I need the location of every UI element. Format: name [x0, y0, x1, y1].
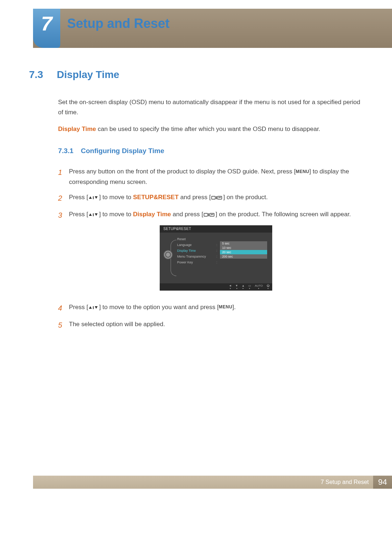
svg-rect-11	[210, 213, 214, 216]
source-enter-icon	[203, 212, 216, 218]
footer-bar: 7 Setup and Reset 94	[33, 476, 392, 489]
step-1: 1 Press any button on the front of the p…	[58, 167, 363, 187]
nav-left-icon: ◄▾	[229, 284, 232, 290]
footer-page-number: 94	[373, 476, 392, 489]
section-title: Display Time	[57, 69, 119, 81]
subsection-heading: 7.3.1 Configuring Display Time	[58, 145, 363, 156]
nav-enter-icon: ▭▾	[248, 284, 251, 290]
step-2: 2 Press [] to move to SETUP&RESET and pr…	[58, 192, 363, 204]
svg-marker-2	[95, 196, 98, 199]
svg-marker-14	[95, 306, 98, 309]
nav-up-icon: ▲▾	[242, 284, 245, 290]
osd-body: Reset Language:English Display Time: Men…	[160, 233, 272, 283]
menu-button-label: MENU	[296, 168, 309, 176]
step-number: 1	[58, 167, 69, 187]
osd-option-selected: 20 sec	[220, 250, 267, 254]
step-number: 2	[58, 192, 69, 204]
intro-paragraph: Set the on-screen display (OSD) menu to …	[58, 97, 363, 118]
step-text: Press [] to move to Display Time and pre…	[69, 209, 363, 297]
section-heading: 7.3 Display Time	[29, 69, 363, 81]
highlight-display-time: Display Time	[58, 126, 96, 132]
osd-header: SETUP&RESET	[160, 225, 272, 233]
section-body: Set the on-screen display (OSD) menu to …	[58, 97, 363, 331]
step-text: Press [] to move to the option you want …	[69, 302, 363, 314]
osd-screenshot: SETUP&RESET Reset Language:English	[160, 225, 272, 291]
svg-rect-1	[93, 196, 94, 199]
intro2-rest: can be used to specify the time after wh…	[96, 126, 320, 132]
svg-rect-3	[212, 196, 215, 199]
nav-auto-label: AUTO▾	[255, 284, 263, 290]
chapter-title: Setup and Reset	[67, 16, 170, 31]
nav-down-icon: ▼▾	[235, 284, 238, 290]
subsection-number: 7.3.1	[58, 145, 79, 156]
step-3: 3 Press [] to move to Display Time and p…	[58, 209, 363, 297]
svg-marker-12	[89, 306, 92, 309]
up-down-arrow-icon	[88, 304, 99, 311]
step-number: 5	[58, 319, 69, 331]
osd-footer-nav: ◄▾ ▼▾ ▲▾ ▭▾ AUTO▾ ⏻▾	[160, 283, 272, 291]
up-down-arrow-icon	[88, 194, 99, 201]
svg-rect-5	[217, 196, 222, 199]
step-text: Press [] to move to SETUP&RESET and pres…	[69, 192, 363, 204]
osd-option: 200 sec	[220, 254, 267, 259]
footer-chapter-label: 7 Setup and Reset	[320, 479, 369, 485]
chapter-number: 7	[41, 12, 52, 35]
up-down-arrow-icon	[88, 212, 99, 218]
nav-power-icon: ⏻▾	[266, 284, 269, 290]
svg-marker-8	[95, 213, 98, 216]
subsection-title: Configuring Display Time	[81, 145, 164, 156]
osd-arc-decoration	[171, 240, 176, 276]
svg-marker-0	[89, 196, 92, 199]
svg-rect-10	[208, 213, 209, 216]
svg-rect-7	[93, 213, 94, 216]
osd-option: 5 sec	[220, 241, 267, 246]
osd-option: 10 sec	[220, 246, 267, 250]
svg-rect-13	[93, 306, 94, 309]
menu-button-label: MENU	[219, 304, 232, 311]
step-text: Press any button on the front of the pro…	[69, 167, 363, 187]
section-number: 7.3	[29, 69, 55, 81]
step-number: 3	[58, 209, 69, 297]
intro-paragraph-2: Display Time can be used to specify the …	[58, 124, 363, 134]
step-number: 4	[58, 302, 69, 314]
source-enter-icon	[211, 194, 223, 201]
svg-rect-4	[216, 196, 217, 199]
chapter-number-tab: 7	[33, 9, 60, 48]
osd-row-power-key: Power Key:	[177, 259, 272, 265]
main-content: 7.3 Display Time Set the on-screen displ…	[29, 69, 363, 336]
step-4: 4 Press [] to move to the option you wan…	[58, 302, 363, 314]
gear-icon	[164, 251, 172, 259]
svg-marker-6	[89, 213, 92, 216]
highlight-display-time-step: Display Time	[133, 211, 171, 218]
svg-rect-9	[204, 213, 208, 216]
step-5: 5 The selected option will be applied.	[58, 319, 363, 331]
highlight-setup-reset: SETUP&RESET	[133, 194, 179, 201]
osd-dropdown-options: 5 sec 10 sec 20 sec 200 sec	[220, 241, 267, 259]
step-list: 1 Press any button on the front of the p…	[58, 167, 363, 331]
step-text: The selected option will be applied.	[69, 319, 363, 331]
